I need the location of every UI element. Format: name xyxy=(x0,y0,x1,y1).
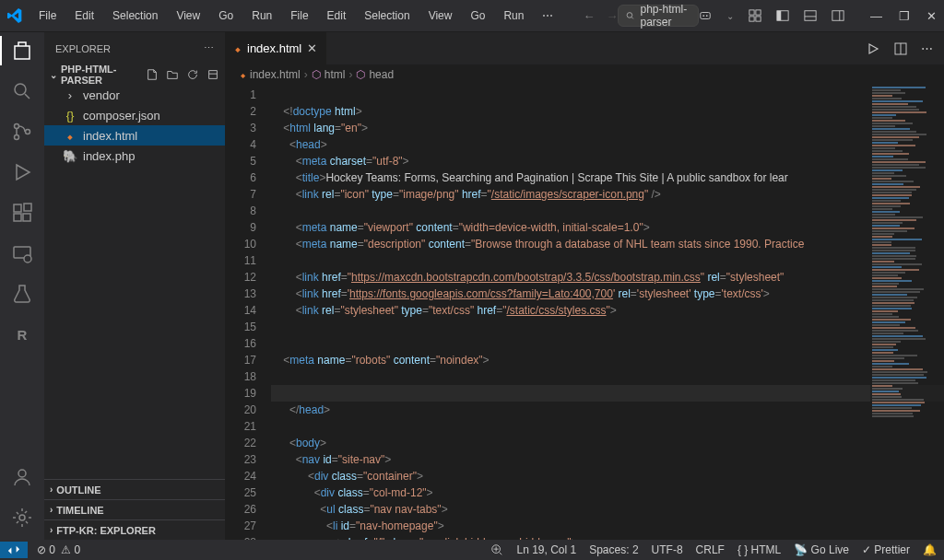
breadcrumb[interactable]: ⬥ index.html › ⬡ html › ⬡ head xyxy=(225,64,944,85)
svg-point-26 xyxy=(18,470,26,477)
layout-sidebar-right-icon[interactable] xyxy=(832,9,844,22)
menu-edit[interactable]: Edit xyxy=(320,6,354,26)
copilot-icon[interactable] xyxy=(699,9,712,22)
command-search[interactable]: php-html-parser xyxy=(618,5,699,27)
menu-file[interactable]: File xyxy=(31,6,64,26)
activity-settings[interactable] xyxy=(11,507,33,529)
tree-item-composer-json[interactable]: {}composer.json xyxy=(44,105,225,125)
menu-run[interactable]: Run xyxy=(496,6,531,26)
activity-testing[interactable] xyxy=(11,283,33,305)
svg-rect-22 xyxy=(23,214,30,221)
folder-header[interactable]: ⌄ PHP-HTML-PARSER xyxy=(44,64,225,85)
svg-point-18 xyxy=(15,135,19,140)
menu-more[interactable]: ⋯ xyxy=(535,6,560,26)
tab-index-html[interactable]: ⬥ index.html ✕ xyxy=(225,32,327,64)
status-prettier[interactable]: ✓ Prettier xyxy=(862,543,910,556)
svg-point-27 xyxy=(19,515,25,520)
editor-more-icon[interactable]: ⋯ xyxy=(921,41,933,55)
section-outline[interactable]: ›OUTLINE xyxy=(44,479,225,499)
tab-close-icon[interactable]: ✕ xyxy=(307,41,317,55)
menu-go[interactable]: Go xyxy=(463,6,492,26)
svg-line-1 xyxy=(632,18,634,19)
layout-grid-icon[interactable] xyxy=(749,9,761,22)
collapse-icon[interactable] xyxy=(206,68,219,81)
status-language[interactable]: { } HTML xyxy=(738,543,781,556)
svg-rect-10 xyxy=(777,11,781,21)
activity-explorer[interactable] xyxy=(11,40,33,62)
sidebar-more-icon[interactable]: ⋯ xyxy=(204,42,214,54)
menu-go[interactable]: Go xyxy=(211,6,241,26)
svg-point-17 xyxy=(15,124,19,129)
nav-back-icon[interactable]: ← xyxy=(583,9,595,23)
layout-sidebar-left-icon[interactable] xyxy=(776,9,789,22)
split-icon[interactable] xyxy=(893,41,908,56)
search-text: php-html-parser xyxy=(640,3,690,29)
activity-scm[interactable] xyxy=(11,121,33,143)
tab-label: index.html xyxy=(247,41,301,55)
svg-rect-13 xyxy=(832,11,844,21)
vscode-icon xyxy=(7,8,22,23)
activity-r[interactable]: R xyxy=(11,323,33,345)
status-encoding[interactable]: UTF-8 xyxy=(652,543,683,556)
status-warnings[interactable]: ⚠ 0 xyxy=(61,543,80,556)
nav-forward-icon[interactable]: → xyxy=(606,9,618,23)
status-eol[interactable]: CRLF xyxy=(696,543,725,556)
svg-point-15 xyxy=(15,84,26,95)
svg-rect-21 xyxy=(14,214,21,221)
new-file-icon[interactable] xyxy=(146,68,159,81)
maximize-icon[interactable]: ❐ xyxy=(899,9,910,23)
status-errors[interactable]: ⊘ 0 xyxy=(37,543,55,556)
svg-point-0 xyxy=(628,13,633,18)
new-folder-icon[interactable] xyxy=(166,68,179,81)
svg-point-3 xyxy=(702,15,704,17)
minimize-icon[interactable]: — xyxy=(870,9,882,23)
svg-rect-2 xyxy=(701,13,711,19)
search-icon xyxy=(626,9,634,22)
svg-rect-5 xyxy=(749,10,754,15)
chevron-down-icon: ⌄ xyxy=(50,70,57,80)
menu-selection[interactable]: Selection xyxy=(357,6,417,26)
menu-run[interactable]: Run xyxy=(244,6,279,26)
svg-line-16 xyxy=(25,94,30,99)
tree-item-index-html[interactable]: ⬥index.html xyxy=(44,125,225,146)
svg-rect-7 xyxy=(749,17,754,21)
menu-view[interactable]: View xyxy=(421,6,460,26)
section-ftp-kr--explorer[interactable]: ›FTP-KR: EXPLORER xyxy=(44,519,225,540)
activity-extensions[interactable] xyxy=(11,202,33,224)
minimap[interactable] xyxy=(870,85,944,540)
folder-name: PHP-HTML-PARSER xyxy=(61,64,142,86)
activity-remote[interactable] xyxy=(11,242,33,264)
svg-line-33 xyxy=(500,553,502,555)
editor[interactable]: 1234567891011121314151617181920212223242… xyxy=(225,85,944,540)
svg-rect-11 xyxy=(805,11,816,21)
svg-point-19 xyxy=(26,130,30,134)
activity-debug[interactable] xyxy=(11,161,33,183)
status-golive[interactable]: 📡 Go Live xyxy=(794,543,849,556)
status-position[interactable]: Ln 19, Col 1 xyxy=(516,543,576,556)
svg-point-4 xyxy=(706,15,708,17)
copilot-chevron[interactable]: ⌄ xyxy=(726,11,734,21)
status-bell-icon[interactable]: 🔔 xyxy=(923,543,937,556)
menu-view[interactable]: View xyxy=(169,6,207,26)
activity-account[interactable] xyxy=(11,466,33,488)
svg-rect-8 xyxy=(756,17,761,21)
menu-selection[interactable]: Selection xyxy=(105,6,165,26)
menu-edit[interactable]: Edit xyxy=(67,6,101,26)
remote-indicator[interactable] xyxy=(0,542,28,558)
svg-rect-20 xyxy=(14,204,21,212)
run-icon[interactable] xyxy=(866,41,880,56)
sidebar-title: EXPLORER xyxy=(55,43,111,54)
zoom-icon[interactable] xyxy=(490,543,503,556)
tree-item-index-php[interactable]: 🐘index.php xyxy=(44,146,225,166)
tree-item-vendor[interactable]: ›vendor xyxy=(44,85,225,105)
svg-point-25 xyxy=(24,255,31,262)
section-timeline[interactable]: ›TIMELINE xyxy=(44,499,225,519)
menu-file[interactable]: File xyxy=(283,6,315,26)
svg-rect-23 xyxy=(24,204,31,211)
close-icon[interactable]: ✕ xyxy=(926,9,937,23)
svg-rect-6 xyxy=(756,10,761,15)
refresh-icon[interactable] xyxy=(186,68,199,81)
layout-panel-icon[interactable] xyxy=(804,9,817,22)
activity-search[interactable] xyxy=(11,80,33,102)
status-spaces[interactable]: Spaces: 2 xyxy=(589,543,638,556)
